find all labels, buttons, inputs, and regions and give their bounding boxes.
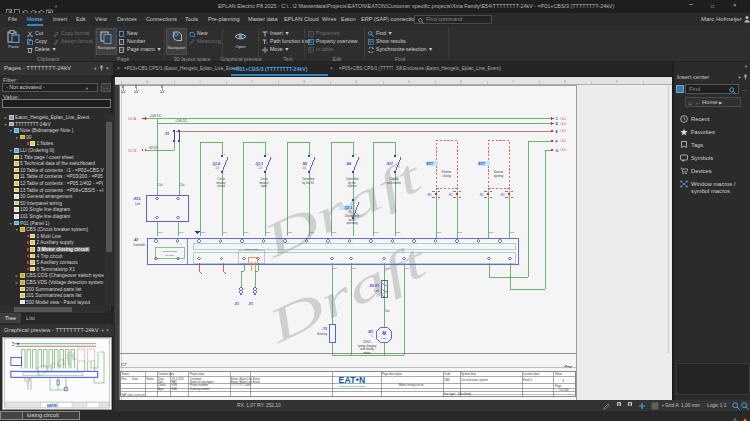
svg-text:-R1: -R1 [427, 193, 432, 197]
svg-text:Inst. type: Inst. type [444, 392, 455, 396]
svg-text:Controlled: Controlled [346, 177, 359, 181]
svg-text:50a: 50a [288, 231, 293, 234]
svg-text:24VDC: 24VDC [363, 340, 372, 344]
svg-text:+24V DC: +24V DC [175, 119, 188, 123]
svg-text:50a: 50a [201, 231, 206, 234]
svg-text:-K12: -K12 [133, 197, 140, 201]
svg-text:Remote: Remote [442, 170, 452, 174]
svg-text:Remote: Remote [494, 170, 504, 174]
svg-text:2.0 / A: 2.0 / A [128, 117, 136, 121]
svg-text:-K9-X1: -K9-X1 [369, 284, 379, 288]
svg-text:Status: Status [122, 372, 130, 376]
svg-text:50a: 50a [158, 231, 163, 234]
svg-text:-S5: -S5 [302, 162, 307, 166]
svg-text:open: open [261, 185, 267, 188]
svg-text:50a: 50a [374, 231, 379, 234]
svg-text:blocking: blocking [317, 332, 327, 336]
svg-text:-R1: -R1 [500, 193, 505, 197]
svg-text:EXT: EXT [479, 162, 487, 166]
svg-text:50e: 50e [385, 309, 390, 313]
svg-text:Circuit: Circuit [260, 177, 268, 181]
svg-text:-R1: -R1 [479, 193, 484, 197]
svg-text:-X1: -X1 [248, 302, 253, 306]
svg-text:breaker: breaker [216, 181, 225, 185]
svg-text:D: D [556, 122, 559, 126]
svg-text:EXT: EXT [427, 162, 435, 166]
svg-text:50a: 50a [223, 231, 228, 234]
svg-text:10a: 10a [180, 183, 185, 187]
svg-text:-Y5: -Y5 [322, 327, 327, 331]
svg-text:50a: 50a [489, 231, 494, 234]
svg-text:opening: opening [494, 174, 504, 178]
svg-text:closed: closed [217, 184, 225, 188]
svg-text:5756: 5756 [381, 337, 387, 340]
svg-text:Creation data: Creation data [158, 372, 175, 376]
svg-text:Link: Link [135, 202, 141, 206]
svg-text:-Q2.3: -Q2.3 [344, 206, 353, 210]
svg-text:-1.8: -1.8 [347, 210, 352, 214]
svg-text:Rev.: Rev. [122, 377, 128, 381]
svg-text:-Q1.3: -Q1.3 [255, 162, 264, 166]
svg-text:Motor closing circuit: Motor closing circuit [399, 383, 424, 387]
svg-text:50a: 50a [310, 231, 315, 234]
svg-text:13 /168: 13 /168 [559, 388, 569, 392]
svg-text:-S17: -S17 [386, 162, 393, 166]
svg-text:/ 4.0: / 4.0 [560, 122, 566, 126]
svg-text:Controller: Controller [133, 243, 145, 247]
svg-text:breaker: breaker [259, 181, 268, 185]
svg-text:/ 4.0: / 4.0 [560, 139, 566, 143]
svg-text:motor: motor [364, 351, 371, 355]
svg-text:Location data: Location data [523, 372, 540, 376]
svg-text:24V DC: 24V DC [165, 254, 173, 256]
svg-text:50a: 50a [396, 231, 401, 234]
svg-text:G: G [556, 149, 559, 153]
svg-text:M: M [382, 331, 386, 336]
svg-text:Controlled: Controlled [302, 177, 315, 181]
svg-text:EAT•N: EAT•N [339, 375, 366, 385]
svg-text:Code: Code [444, 372, 451, 376]
svg-text:+24V DC: +24V DC [149, 114, 162, 118]
svg-text:-X1: -X1 [164, 132, 169, 136]
svg-text:TTTTTTTT-24kV: TTTTTTTT-24kV [231, 383, 251, 387]
svg-text:Auxiliary supply: Auxiliary supply [162, 250, 179, 252]
svg-text:/ 4.0: / 4.0 [560, 129, 566, 133]
svg-text:-X1: -X1 [234, 302, 239, 306]
svg-text:EAF rights reserved: EAF rights reserved [122, 393, 145, 397]
svg-text:0V DC: 0V DC [149, 146, 159, 150]
svg-text:50a: 50a [332, 231, 337, 234]
svg-text:remote ready: remote ready [244, 248, 259, 251]
svg-text:-1.8: -1.8 [258, 166, 263, 170]
svg-text:50a: 50a [179, 231, 184, 234]
svg-text:-Q1.4: -Q1.4 [212, 162, 221, 166]
svg-text:Page description: Page description [382, 372, 403, 376]
svg-text:Xiria family: Xiria family [458, 392, 472, 396]
svg-text:Link: Link [374, 289, 380, 293]
svg-text:switch: switch [348, 218, 356, 222]
svg-text:Circuit: Circuit [217, 177, 225, 181]
svg-text:Drawing number: Drawing number [190, 387, 210, 391]
svg-text:-1.8: -1.8 [215, 166, 220, 170]
svg-text:and closing: and closing [360, 347, 374, 351]
svg-text:closing: closing [442, 174, 451, 178]
svg-text:Powering Business Worldwide: Powering Business Worldwide [339, 385, 367, 387]
svg-text:-S4: -S4 [346, 162, 351, 166]
svg-text:Sheet: Sheet [555, 372, 562, 376]
svg-text:10a: 10a [158, 183, 163, 187]
svg-text:selector: selector [347, 184, 357, 188]
svg-text:-R1: -R1 [448, 193, 453, 197]
svg-text:Circuit breaker system: Circuit breaker system [461, 378, 488, 382]
svg-text:Panel 1: Panel 1 [523, 378, 533, 382]
svg-text:Changeover: Changeover [345, 214, 360, 218]
svg-text:Date: Date [132, 377, 138, 381]
svg-text:50a: 50a [458, 231, 463, 234]
svg-text:-A7: -A7 [133, 238, 139, 242]
svg-text:50a: 50a [437, 231, 442, 234]
svg-text:Name: Name [147, 377, 155, 381]
svg-text:EAT•N: EAT•N [47, 404, 57, 408]
svg-text:Closing: Closing [390, 177, 399, 181]
svg-text:-M1: -M1 [368, 330, 374, 334]
svg-text:2.0 / B: 2.0 / B [128, 149, 136, 153]
svg-text:/ 4.0: / 4.0 [560, 148, 566, 152]
svg-text:by the S0: by the S0 [302, 181, 314, 185]
svg-text:Project data: Project data [190, 372, 205, 376]
